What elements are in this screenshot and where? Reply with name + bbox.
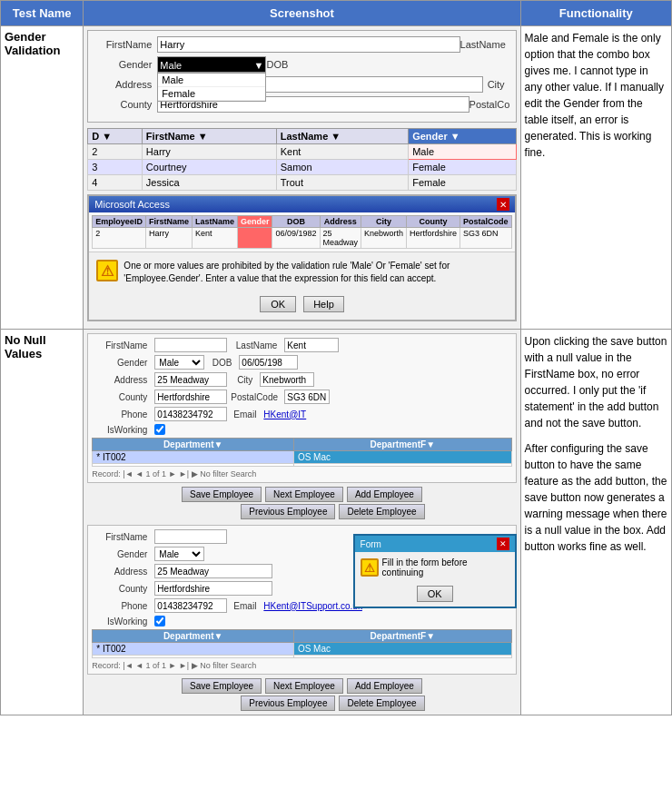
sg2-col-dept: Department▼ [93, 630, 294, 643]
form-popup-close-btn[interactable]: ✕ [497, 538, 509, 550]
address-label: Address [94, 79, 157, 90]
sf1-ln-input[interactable] [284, 338, 339, 352]
add-employee-btn2[interactable]: Add Employee [347, 678, 422, 694]
sf1-city-input[interactable] [260, 372, 314, 387]
del-employee-btn1[interactable]: Delete Employee [339, 504, 424, 519]
sg2-cell-deptf2 [293, 656, 511, 658]
form-popup-titlebar: Form ✕ [355, 536, 515, 552]
dialog-help-button[interactable]: Help [303, 296, 344, 312]
sf1-row-fn: FirstName LastName [92, 338, 511, 352]
dialog-ok-button[interactable]: OK [260, 296, 296, 312]
sg-cell-deptf1: OS Mac [293, 451, 511, 464]
sf1-pc-input[interactable] [284, 390, 330, 404]
sf2-email-label: Email [231, 601, 260, 611]
del-employee-btn2[interactable]: Delete Employee [339, 696, 424, 711]
dialog-title-bar: Microsoft Access ✕ [89, 196, 514, 212]
sf2-county-input[interactable] [154, 581, 272, 596]
grid-row-1: 2 Harry Kent Male [88, 144, 516, 160]
tg-col-addr: Address [320, 216, 361, 228]
sg2-cell-dept2 [93, 656, 294, 658]
next-employee-btn2[interactable]: Next Employee [265, 678, 343, 694]
sf1-dob-label: DOB [208, 358, 235, 368]
nonull-form2-container: FirstName Gender Male Female Address [87, 525, 516, 675]
dialog-tiny-grid: EmployeeID FirstName LastName Gender DOB… [92, 215, 511, 249]
sf1-city-label: City [231, 375, 256, 385]
grid-cell-g-1[interactable]: Male [409, 144, 516, 160]
sf1-phone-input[interactable] [154, 407, 227, 421]
gender-option-female[interactable]: Female [158, 87, 265, 101]
grid-col-firstname: FirstName ▼ [142, 129, 276, 144]
form-popup-ok-btn[interactable]: OK [417, 586, 453, 602]
firstname-input[interactable] [157, 36, 460, 53]
gender-option-male[interactable]: Male [158, 74, 265, 87]
sg2-cell-dept1: * IT002 [93, 643, 294, 656]
functionality-nonull: Upon clicking the save button with a nul… [520, 330, 671, 715]
sf1-addr-label: Address [92, 375, 151, 385]
save-employee-btn2[interactable]: Save Employee [182, 678, 262, 694]
sf1-g-select[interactable]: Male Female [154, 355, 204, 370]
btn-group-4: Previous Employee Delete Employee [87, 696, 516, 711]
grid-cell-fn-3: Jessica [142, 175, 276, 191]
tg-col-g: Gender [237, 216, 272, 228]
add-employee-btn1[interactable]: Add Employee [347, 487, 422, 502]
sf1-isworking-checkbox[interactable] [154, 424, 165, 435]
sf2-addr-input[interactable] [154, 564, 272, 578]
tg-cell-dob: 06/09/1982 [272, 228, 320, 249]
city-label: City [483, 79, 510, 90]
sf2-fn-input[interactable] [154, 529, 227, 544]
dialog-close-button[interactable]: ✕ [497, 198, 509, 211]
sf1-dob-input[interactable] [239, 355, 298, 370]
sf2-addr-label: Address [92, 567, 151, 577]
grid-cell-id-1: 2 [88, 144, 143, 160]
gender-label: Gender [94, 59, 157, 70]
gender-selected-text: Male [160, 57, 182, 72]
dialog-buttons: OK Help [89, 292, 514, 320]
form-popup-title: Form [361, 539, 381, 549]
col-header-testname: Test Name [1, 1, 84, 26]
sf2-email-value[interactable]: HKent@ITSupport.co.uk [263, 601, 362, 611]
gender-data-grid: D ▼ FirstName ▼ LastName ▼ Gender ▼ 2 Ha… [87, 128, 516, 191]
sf2-fn-label: FirstName [92, 532, 151, 542]
dialog-title: Microsoft Access [94, 199, 170, 210]
sg-cell-dept1: * IT002 [93, 451, 294, 464]
grid-row-3: 4 Jessica Trout Female [88, 175, 516, 191]
sf2-nav-bar: Record: |◄ ◄ 1 of 1 ► ►| ▶ No filter Sea… [92, 661, 511, 670]
sf2-g-label: Gender [92, 549, 151, 559]
sf1-email-value[interactable]: HKent@IT [263, 409, 306, 419]
gender-selected[interactable]: Male ▼ [157, 56, 266, 73]
tg-col-county: County [407, 216, 460, 228]
tg-col-pc: PostalCode [460, 216, 512, 228]
sf2-row-isworking: IsWorking [92, 616, 511, 626]
gender-dropdown[interactable]: Male ▼ Male Female [157, 56, 266, 73]
grid-cell-ln-1: Kent [276, 144, 408, 160]
form-popup: Form ✕ ⚠ Fill in the form before continu… [353, 534, 517, 608]
sf1-row-phone: Phone Email HKent@IT [92, 407, 511, 421]
grid-cell-g-3: Female [409, 175, 516, 191]
prev-employee-btn2[interactable]: Previous Employee [241, 696, 335, 711]
gender-form-window: FirstName LastName Gender Male ▼ Ma [87, 30, 516, 123]
next-employee-btn1[interactable]: Next Employee [265, 487, 343, 502]
sf1-addr-input[interactable] [154, 372, 227, 387]
address-row: Address City [94, 76, 509, 93]
nonull-form1: FirstName LastName Gender Male Female DO… [87, 333, 516, 483]
sf2-g-select[interactable]: Male Female [154, 547, 204, 561]
grid-row-2: 3 Courtney Samon Female [88, 160, 516, 175]
dialog-message: One or more values are prohibited by the… [124, 260, 507, 285]
sf1-county-input[interactable] [154, 390, 227, 404]
sf1-fn-input[interactable] [154, 338, 227, 352]
grid-col-id: D ▼ [88, 129, 143, 144]
tg-cell-addr: 25 Meadway [320, 228, 361, 249]
tg-cell-city: Knebworth [361, 228, 407, 249]
sg-row-1: * IT002 OS Mac [93, 451, 511, 464]
grid-cell-fn-1: Harry [142, 144, 276, 160]
save-employee-btn1[interactable]: Save Employee [182, 487, 262, 502]
sf1-fn-label: FirstName [92, 340, 151, 350]
func-nonull-text1: Upon clicking the save button with a nul… [525, 333, 667, 431]
sf2-isworking-checkbox[interactable] [154, 616, 165, 626]
sf1-county-label: County [92, 392, 151, 402]
screenshot-gender: FirstName LastName Gender Male ▼ Ma [84, 26, 520, 330]
sf2-phone-input[interactable] [154, 598, 227, 613]
functionality-gender: Male and Female is the only option that … [520, 26, 671, 330]
prev-employee-btn1[interactable]: Previous Employee [241, 504, 335, 519]
sf1-row-isworking: IsWorking [92, 424, 511, 435]
